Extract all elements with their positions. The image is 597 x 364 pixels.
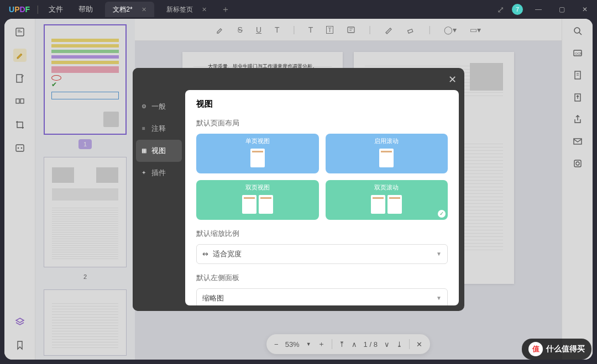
maximize-button[interactable]: ▢ bbox=[554, 6, 569, 13]
default-zoom-select[interactable]: ⇔适合宽度 ▼ bbox=[196, 244, 448, 264]
menu-help[interactable]: 帮助 bbox=[71, 4, 101, 14]
check-icon: ✓ bbox=[438, 210, 446, 218]
zoom-section-label: 默认缩放比例 bbox=[196, 229, 448, 239]
close-icon[interactable]: ✕ bbox=[142, 6, 146, 13]
add-tab-button[interactable]: ＋ bbox=[221, 4, 230, 15]
app-window: ✔ 1 2 S U T | T T | | bbox=[4, 19, 593, 360]
close-button[interactable]: ✕ bbox=[577, 6, 593, 13]
close-icon[interactable]: ✕ bbox=[202, 6, 207, 13]
app-logo: UPDF bbox=[9, 5, 30, 14]
tab-new[interactable]: 新标签页 ✕ bbox=[159, 2, 214, 17]
modal-close-button[interactable]: ✕ bbox=[448, 73, 457, 86]
badge-icon: 值 bbox=[528, 342, 543, 356]
menu-file[interactable]: 文件 bbox=[41, 4, 71, 14]
sidebar-item-view[interactable]: ▦视图 bbox=[136, 140, 182, 162]
layout-two-page[interactable]: 双页视图 bbox=[196, 180, 319, 220]
tab-label: 新标签页 bbox=[166, 5, 193, 14]
minimize-button[interactable]: — bbox=[531, 6, 546, 13]
titlebar: UPDF | 文件 帮助 文档2* ✕ 新标签页 ✕ ＋ ⤢ 7 — ▢ ✕ bbox=[0, 0, 597, 19]
default-left-panel-select[interactable]: 缩略图 ▼ bbox=[196, 288, 448, 305]
sidebar-item-annotate[interactable]: ≡注释 bbox=[133, 118, 185, 140]
plugin-icon: ✦ bbox=[140, 170, 147, 176]
layout-section-label: 默认页面布局 bbox=[196, 118, 448, 128]
tab-label: 文档2* bbox=[113, 5, 132, 14]
view-icon: ▦ bbox=[140, 147, 147, 154]
modal-title: 视图 bbox=[196, 99, 448, 109]
user-avatar[interactable]: 7 bbox=[512, 4, 523, 15]
expand-icon[interactable]: ⤢ bbox=[497, 4, 504, 15]
gear-icon: ⚙ bbox=[140, 103, 147, 110]
sidebar-item-general[interactable]: ⚙一般 bbox=[133, 96, 185, 118]
modal-content: 视图 默认页面布局 单页视图 启用滚动 双页视图 bbox=[185, 90, 459, 305]
layout-two-page-scroll[interactable]: 双页滚动 ✓ bbox=[326, 180, 448, 220]
layout-enable-scroll[interactable]: 启用滚动 bbox=[326, 134, 448, 173]
list-icon: ≡ bbox=[140, 125, 147, 132]
watermark-badge: 值 什么值得买 bbox=[522, 339, 591, 360]
settings-modal-overlay: ✕ ⚙一般 ≡注释 ▦视图 ✦插件 视图 默认页面布局 单页视图 启用滚动 bbox=[4, 19, 593, 360]
chevron-down-icon: ▼ bbox=[436, 295, 442, 301]
sidebar-item-plugin[interactable]: ✦插件 bbox=[133, 162, 185, 184]
modal-sidebar: ⚙一般 ≡注释 ▦视图 ✦插件 bbox=[133, 68, 185, 311]
tab-doc2[interactable]: 文档2* ✕ bbox=[105, 2, 154, 17]
fit-width-icon: ⇔ bbox=[202, 250, 208, 258]
left-panel-section-label: 默认左侧面板 bbox=[196, 273, 448, 283]
settings-modal: ✕ ⚙一般 ≡注释 ▦视图 ✦插件 视图 默认页面布局 单页视图 启用滚动 bbox=[133, 68, 464, 311]
layout-single-page[interactable]: 单页视图 bbox=[196, 134, 319, 173]
chevron-down-icon: ▼ bbox=[436, 251, 442, 257]
badge-text: 什么值得买 bbox=[546, 344, 585, 354]
